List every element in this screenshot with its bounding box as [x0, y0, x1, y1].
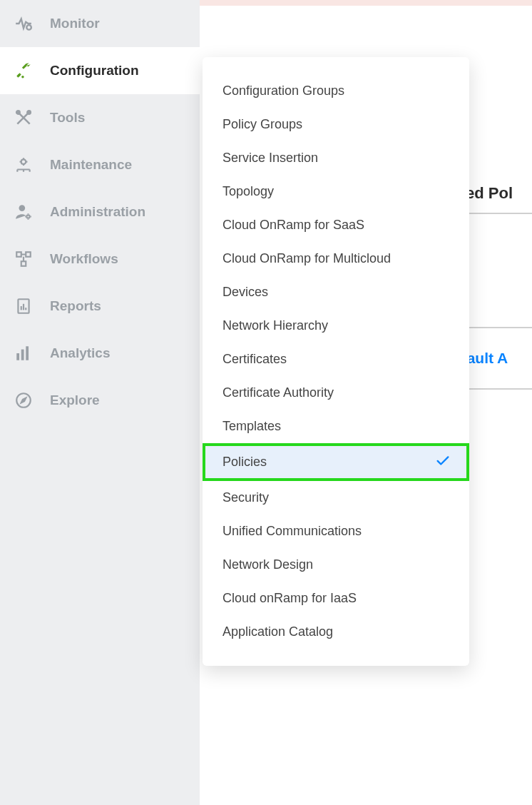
document-bars-icon — [13, 295, 34, 317]
svg-point-2 — [21, 76, 24, 78]
submenu-item-label: Topology — [222, 184, 274, 199]
configuration-submenu: Configuration Groups Policy Groups Servi… — [203, 57, 469, 666]
sidebar-item-label: Administration — [50, 204, 145, 220]
submenu-item-certificate-authority[interactable]: Certificate Authority — [203, 376, 469, 410]
workflow-icon — [13, 248, 34, 270]
svg-point-0 — [26, 25, 31, 29]
submenu-item-service-insertion[interactable]: Service Insertion — [203, 141, 469, 175]
sidebar-item-maintenance[interactable]: Maintenance — [0, 141, 200, 188]
sidebar-item-monitor[interactable]: Monitor — [0, 0, 200, 47]
submenu-item-label: Certificate Authority — [222, 385, 334, 400]
sidebar-item-label: Configuration — [50, 63, 139, 79]
submenu-item-cloud-onramp-iaas[interactable]: Cloud onRamp for IaaS — [203, 582, 469, 615]
sidebar-item-configuration[interactable]: Configuration — [0, 47, 200, 94]
submenu-item-label: Cloud OnRamp for Multicloud — [222, 251, 391, 266]
submenu-item-cloud-onramp-saas[interactable]: Cloud OnRamp for SaaS — [203, 208, 469, 242]
submenu-item-label: Templates — [222, 419, 281, 434]
submenu-item-devices[interactable]: Devices — [203, 275, 469, 309]
sidebar-item-explore[interactable]: Explore — [0, 377, 200, 424]
sidebar-item-reports[interactable]: Reports — [0, 283, 200, 330]
sidebar: Monitor Configuration Tools — [0, 0, 200, 805]
notification-banner — [200, 0, 532, 6]
wrench-icon — [13, 60, 34, 81]
svg-rect-11 — [26, 252, 31, 257]
compass-icon — [13, 390, 34, 411]
cog-banner-icon — [13, 154, 34, 176]
submenu-item-label: Cloud onRamp for IaaS — [222, 591, 357, 606]
submenu-item-policy-groups[interactable]: Policy Groups — [203, 108, 469, 141]
submenu-item-configuration-groups[interactable]: Configuration Groups — [203, 74, 469, 108]
submenu-item-label: Cloud OnRamp for SaaS — [222, 218, 364, 233]
tools-icon — [13, 107, 34, 128]
submenu-item-label: Certificates — [222, 352, 287, 367]
sidebar-item-tools[interactable]: Tools — [0, 94, 200, 141]
submenu-item-security[interactable]: Security — [203, 481, 469, 515]
svg-point-8 — [19, 205, 26, 211]
user-cog-icon — [13, 201, 34, 223]
svg-marker-21 — [21, 398, 26, 403]
svg-point-1 — [18, 74, 20, 76]
svg-rect-18 — [21, 350, 24, 360]
submenu-item-label: Security — [222, 490, 269, 505]
submenu-item-label: Network Hierarchy — [222, 318, 328, 333]
bars-icon — [13, 343, 34, 364]
sidebar-item-label: Explore — [50, 393, 100, 408]
submenu-item-label: Configuration Groups — [222, 83, 344, 98]
submenu-item-label: Policies — [222, 455, 267, 470]
sidebar-item-analytics[interactable]: Analytics — [0, 330, 200, 377]
submenu-item-label: Policy Groups — [222, 117, 302, 132]
svg-rect-17 — [16, 353, 19, 360]
submenu-item-label: Devices — [222, 285, 268, 300]
submenu-item-network-design[interactable]: Network Design — [203, 548, 469, 582]
svg-point-9 — [26, 215, 29, 218]
sidebar-item-workflows[interactable]: Workflows — [0, 236, 200, 283]
svg-rect-10 — [16, 252, 21, 257]
submenu-item-label: Application Catalog — [222, 624, 333, 639]
sidebar-item-label: Reports — [50, 298, 101, 314]
svg-rect-19 — [26, 346, 29, 360]
submenu-item-label: Unified Communications — [222, 524, 362, 539]
sidebar-item-administration[interactable]: Administration — [0, 188, 200, 236]
submenu-item-application-catalog[interactable]: Application Catalog — [203, 615, 469, 649]
submenu-item-certificates[interactable]: Certificates — [203, 343, 469, 376]
submenu-item-templates[interactable]: Templates — [203, 410, 469, 443]
monitor-icon — [13, 13, 34, 34]
check-icon — [435, 452, 451, 472]
svg-rect-12 — [21, 261, 26, 266]
sidebar-item-label: Maintenance — [50, 157, 132, 173]
sidebar-item-label: Workflows — [50, 251, 118, 267]
submenu-item-label: Service Insertion — [222, 151, 318, 166]
submenu-item-policies[interactable]: Policies — [203, 443, 469, 481]
submenu-item-unified-communications[interactable]: Unified Communications — [203, 515, 469, 548]
sidebar-item-label: Analytics — [50, 345, 110, 361]
submenu-item-network-hierarchy[interactable]: Network Hierarchy — [203, 309, 469, 343]
sidebar-item-label: Tools — [50, 110, 85, 126]
sidebar-item-label: Monitor — [50, 16, 100, 31]
submenu-item-cloud-onramp-multicloud[interactable]: Cloud OnRamp for Multicloud — [203, 242, 469, 275]
submenu-item-label: Network Design — [222, 557, 313, 572]
submenu-item-topology[interactable]: Topology — [203, 175, 469, 208]
